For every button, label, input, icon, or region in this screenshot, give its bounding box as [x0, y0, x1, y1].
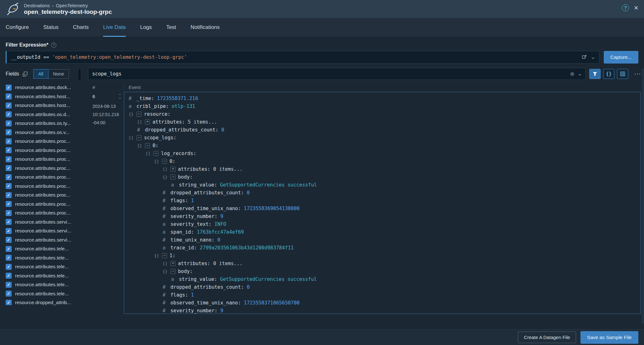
event-field-key[interactable]: attributes: [178, 166, 210, 172]
filter-expression-input[interactable]: __outputId == 'open_telemetry:open_telem… [6, 51, 599, 64]
event-field-value[interactable]: INFO [212, 221, 226, 227]
collapse-node-icon[interactable]: − [170, 175, 175, 180]
field-item[interactable]: ✓resource.attributes.tele... [6, 262, 85, 271]
checkbox-checked-icon[interactable]: ✓ [6, 156, 12, 162]
event-field-key[interactable]: observed_time_unix_nano: [170, 300, 241, 306]
checkbox-checked-icon[interactable]: ✓ [6, 246, 12, 252]
field-item[interactable]: ✓resource.attributes.host... [6, 101, 85, 110]
checkbox-checked-icon[interactable]: ✓ [6, 165, 12, 171]
checkbox-checked-icon[interactable]: ✓ [6, 111, 12, 117]
filter-view-button[interactable] [589, 69, 601, 79]
field-item[interactable]: ✓resource.attributes.tele... [6, 280, 85, 289]
checkbox-checked-icon[interactable]: ✓ [6, 147, 12, 153]
fields-select-all-button[interactable]: All [33, 69, 48, 79]
breadcrumb-current[interactable]: OpenTelemetry [56, 3, 88, 8]
info-icon[interactable]: ? [51, 42, 56, 48]
capture-button[interactable]: Capture... [604, 51, 638, 64]
checkbox-checked-icon[interactable]: ✓ [6, 300, 12, 305]
event-field-key[interactable]: observed_time_unix_nano: [170, 206, 241, 211]
checkbox-checked-icon[interactable]: ✓ [6, 273, 12, 279]
event-field-key[interactable]: trace_id: [170, 245, 197, 251]
checkbox-checked-icon[interactable]: ✓ [6, 210, 12, 216]
checkbox-checked-icon[interactable]: ✓ [6, 192, 12, 198]
event-field-value[interactable]: 9 [217, 308, 223, 314]
tab-live-data[interactable]: Live Data [103, 18, 126, 37]
event-field-key[interactable]: log_records: [161, 151, 196, 156]
event-field-value[interactable]: GetSupportedCurrencies successful [217, 276, 317, 282]
event-field-value[interactable]: 0 [218, 127, 224, 133]
event-field-key[interactable]: severity_text: [170, 221, 212, 227]
checkbox-checked-icon[interactable]: ✓ [6, 291, 12, 297]
checkbox-checked-icon[interactable]: ✓ [6, 237, 12, 243]
tab-test[interactable]: Test [166, 18, 176, 37]
event-field-value[interactable]: 0 [214, 237, 220, 243]
event-field-key[interactable]: dropped_attributes_count: [170, 284, 244, 290]
event-field-value[interactable]: 1 [188, 198, 194, 203]
collapse-node-icon[interactable]: − [170, 269, 175, 274]
event-field-value[interactable]: 1 [188, 292, 194, 298]
event-field-key[interactable]: cribl_pipe: [136, 103, 169, 109]
field-item[interactable]: ✓resource.attributes.servi... [6, 236, 85, 245]
create-datagen-file-button[interactable]: Create A Datagen File [518, 331, 576, 343]
fields-select-none-button[interactable]: None [48, 69, 69, 79]
fields-scrollbar-thumb[interactable] [79, 69, 80, 80]
expand-expression-editor-icon[interactable] [581, 54, 587, 60]
collapse-node-icon[interactable]: − [145, 143, 150, 148]
event-field-key[interactable]: span_id: [170, 229, 194, 235]
field-item[interactable]: ✓resource.attributes.os.d... [6, 110, 85, 119]
checkbox-checked-icon[interactable]: ✓ [6, 120, 12, 126]
tab-logs[interactable]: Logs [140, 18, 152, 37]
checkbox-checked-icon[interactable]: ✓ [6, 138, 12, 144]
collapse-node-icon[interactable]: − [162, 159, 167, 164]
event-field-key[interactable]: body: [178, 174, 193, 180]
collapse-node-icon[interactable]: − [136, 112, 142, 117]
field-item[interactable]: ✓resource.attributes.tele... [6, 271, 85, 281]
event-field-key[interactable]: 0: [153, 143, 158, 148]
table-view-button[interactable] [617, 69, 628, 79]
field-item[interactable]: ✓resource.attributes.servi... [6, 226, 85, 236]
event-field-value[interactable]: 1723558369054138000 [241, 206, 300, 211]
chevron-down-icon[interactable]: ⌄ [591, 56, 595, 59]
vertical-scrollbar[interactable] [642, 69, 644, 323]
event-field-key[interactable]: _time: [136, 96, 154, 101]
field-item[interactable]: ✓resource.attributes.proc... [6, 191, 85, 200]
event-field-value[interactable]: 0 [244, 190, 250, 196]
checkbox-checked-icon[interactable]: ✓ [6, 255, 12, 261]
field-item[interactable]: ✓resource.attributes.tele... [6, 289, 85, 298]
close-icon[interactable]: × [634, 4, 638, 11]
field-item[interactable]: ✓resource.attributes.proc... [6, 209, 85, 218]
help-icon[interactable]: ? [622, 4, 629, 11]
event-field-key[interactable]: flags: [170, 292, 188, 298]
json-view-button[interactable]: {} [603, 69, 614, 79]
field-item[interactable]: ✓resource.attributes.tele... [6, 244, 85, 253]
field-item[interactable]: ✓resource.attributes.os.v... [6, 128, 85, 137]
more-options-icon[interactable]: ⋯ [634, 72, 641, 75]
checkbox-checked-icon[interactable]: ✓ [6, 129, 12, 135]
field-item[interactable]: ✓resource.attributes.os.ty... [6, 119, 85, 128]
event-field-key[interactable]: attributes: [178, 261, 210, 266]
field-item[interactable]: ✓resource.attributes.proc... [6, 164, 85, 173]
event-field-key[interactable]: dropped_attributes_count: [145, 127, 218, 133]
checkbox-checked-icon[interactable]: ✓ [6, 93, 12, 99]
expand-node-icon[interactable]: + [145, 120, 150, 125]
event-field-value[interactable]: 2799a203561063b43d1200d983784f11 [197, 245, 294, 251]
event-search-input[interactable] [92, 71, 570, 77]
collapse-node-icon[interactable]: − [136, 135, 142, 140]
event-search-box[interactable]: ⊗ ⌄ [88, 68, 586, 80]
collapse-node-icon[interactable]: − [162, 253, 167, 258]
event-field-value[interactable]: GetSupportedCurrencies successful [217, 182, 317, 188]
collapse-node-icon[interactable]: − [153, 151, 158, 156]
tab-status[interactable]: Status [43, 18, 58, 37]
event-field-key[interactable]: string_value: [179, 276, 217, 282]
save-as-sample-file-button[interactable]: Save as Sample File [580, 331, 638, 344]
checkbox-checked-icon[interactable]: ✓ [6, 264, 12, 270]
cribl-logo[interactable] [6, 2, 20, 16]
checkbox-checked-icon[interactable]: ✓ [6, 183, 12, 189]
expand-node-icon[interactable]: + [170, 261, 175, 266]
event-field-value[interactable]: 9 [217, 214, 223, 219]
checkbox-checked-icon[interactable]: ✓ [6, 103, 12, 109]
field-item[interactable]: ✓resource.attributes.servi... [6, 218, 85, 227]
collapse-row-icon[interactable]: ⌃ ⌄ [119, 94, 121, 99]
event-field-key[interactable]: resource: [144, 111, 170, 117]
checkbox-checked-icon[interactable]: ✓ [6, 85, 12, 91]
